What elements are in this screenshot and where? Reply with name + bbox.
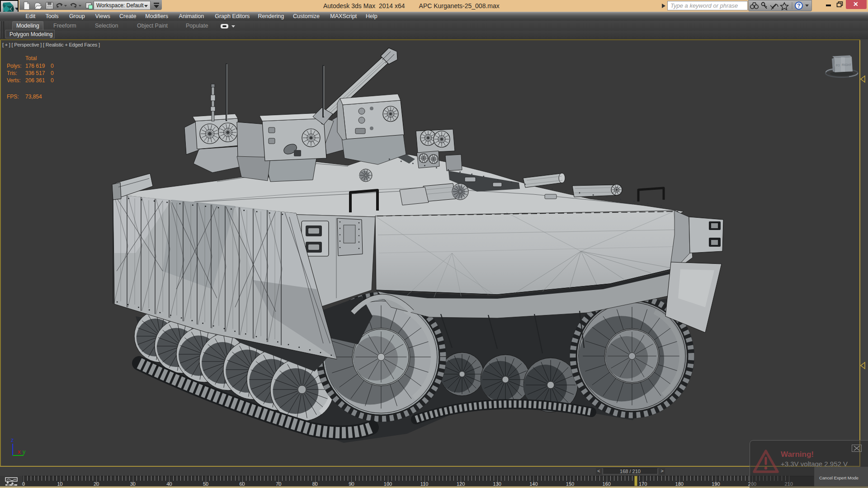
svg-text:x: x (18, 448, 21, 455)
svg-text:y: y (23, 448, 26, 455)
svg-text:z: z (11, 436, 14, 443)
svg-text:RIGHT: RIGHT (842, 63, 852, 66)
svg-text:ФЗ: ФЗ (836, 64, 840, 67)
